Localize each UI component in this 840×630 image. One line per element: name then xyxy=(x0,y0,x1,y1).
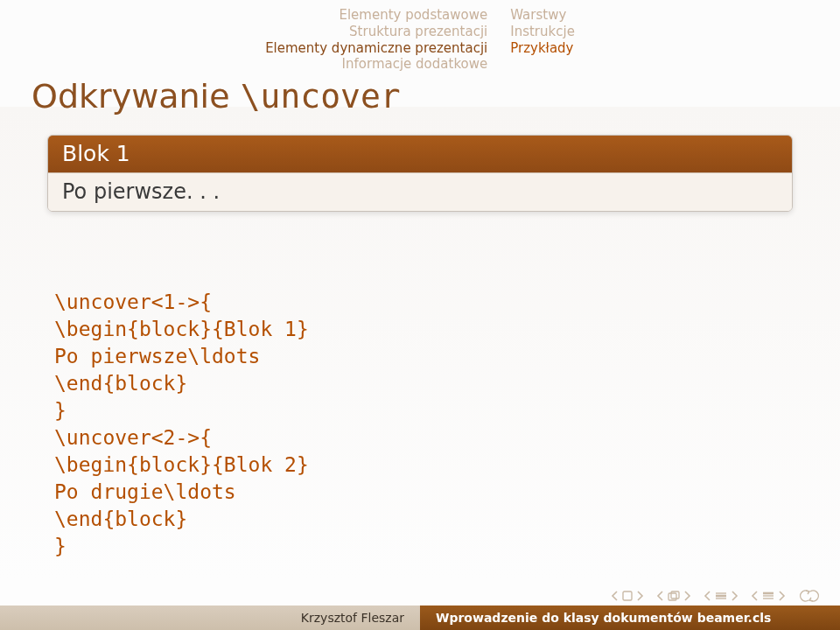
nav-section-2[interactable]: Elementy dynamiczne prezentacji xyxy=(265,40,487,57)
nav-subsection-1[interactable]: Instrukcje xyxy=(510,24,575,40)
footer-title: Wprowadzenie do klasy dokumentów beamer.… xyxy=(420,606,840,630)
footer: Krzysztof Fleszar Wprowadzenie do klasy … xyxy=(0,606,840,630)
example-block: Blok 1 Po pierwsze. . . xyxy=(47,135,793,212)
svg-rect-1 xyxy=(668,593,676,600)
frame-title: Odkrywanie \uncover xyxy=(32,77,401,116)
nav-section-icon[interactable] xyxy=(751,591,786,601)
nav-subsections: Warstwy Instrukcje Przykłady xyxy=(510,7,575,73)
frame-title-text: Odkrywanie xyxy=(32,77,241,116)
block-body: Po pierwsze. . . xyxy=(48,172,792,211)
frame-title-cmd: \uncover xyxy=(241,77,401,116)
block-title: Blok 1 xyxy=(48,136,792,172)
nav-section-1[interactable]: Struktura prezentacji xyxy=(265,24,487,40)
svg-rect-2 xyxy=(671,592,679,598)
nav-slide-icon[interactable] xyxy=(611,591,644,601)
slide: Elementy podstawowe Struktura prezentacj… xyxy=(0,0,840,630)
nav-subsection-icon[interactable] xyxy=(704,591,738,601)
nav-section-3[interactable]: Informacje dodatkowe xyxy=(265,56,487,73)
footer-author: Krzysztof Fleszar xyxy=(0,606,420,630)
nav-back-forward-icon[interactable] xyxy=(798,590,821,602)
code-listing: \uncover<1->{ \begin{block}{Blok 1} Po p… xyxy=(54,289,309,560)
header-nav-inner: Elementy podstawowe Struktura prezentacj… xyxy=(265,7,575,73)
nav-section-0[interactable]: Elementy podstawowe xyxy=(265,7,487,24)
nav-sections: Elementy podstawowe Struktura prezentacj… xyxy=(265,7,487,73)
svg-rect-0 xyxy=(623,592,632,600)
nav-subsection-2[interactable]: Przykłady xyxy=(510,40,575,57)
beamer-nav-symbols[interactable] xyxy=(611,590,821,602)
header-nav: Elementy podstawowe Struktura prezentacj… xyxy=(0,7,840,73)
nav-subsection-0[interactable]: Warstwy xyxy=(510,7,575,24)
nav-frame-icon[interactable] xyxy=(656,591,691,601)
